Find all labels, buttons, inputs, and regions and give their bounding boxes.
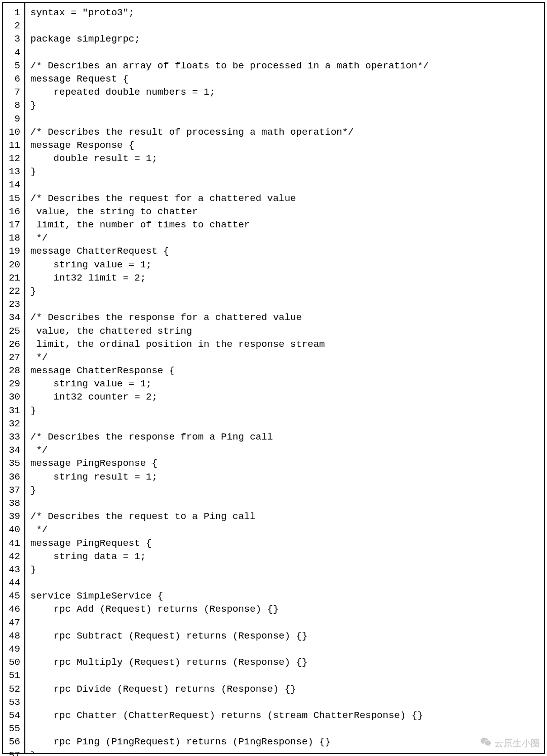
- code-line: value, the string to chatter: [30, 205, 539, 218]
- code-line: service SimpleService {: [30, 589, 539, 603]
- code-line: rpc Divide (Request) returns (Response) …: [30, 683, 539, 696]
- line-number: 7: [8, 86, 20, 99]
- line-number: 57: [8, 749, 20, 757]
- code-line: [30, 46, 539, 59]
- code-line: string value = 1;: [30, 377, 539, 390]
- line-number: 8: [8, 99, 20, 112]
- code-line: }: [30, 404, 539, 417]
- line-number: 38: [8, 497, 20, 510]
- line-number: 47: [8, 616, 20, 629]
- code-line: value, the chattered string: [30, 325, 539, 338]
- line-number: 50: [8, 656, 20, 669]
- line-number: 25: [8, 325, 20, 338]
- line-number: 33: [8, 430, 20, 444]
- code-line: [30, 19, 539, 32]
- line-number: 56: [8, 735, 20, 748]
- code-line: rpc Chatter (ChatterRequest) returns (st…: [30, 709, 539, 722]
- code-line: limit, the number of times to chatter: [30, 218, 539, 231]
- code-line: string data = 1;: [30, 550, 539, 563]
- line-number-gutter: 1234567891011121314151617181920212223342…: [3, 3, 25, 753]
- line-number: 36: [8, 470, 20, 484]
- line-number: 55: [8, 722, 20, 735]
- code-line: repeated double numbers = 1;: [30, 86, 539, 99]
- code-line: message ChatterRequest {: [30, 245, 539, 258]
- wechat-icon: [480, 736, 491, 751]
- code-line: message PingRequest {: [30, 537, 539, 550]
- code-line: rpc Add (Request) returns (Response) {}: [30, 603, 539, 616]
- line-number: 22: [8, 285, 20, 298]
- watermark: 云原生小圈: [480, 736, 540, 751]
- line-number: 29: [8, 377, 20, 390]
- line-number: 46: [8, 603, 20, 616]
- code-line: */: [30, 351, 539, 364]
- watermark-text: 云原生小圈: [494, 737, 540, 750]
- line-number: 3: [8, 32, 20, 46]
- code-line: /* Describes the response from a Ping ca…: [30, 430, 539, 444]
- code-line: /* Describes the result of processing a …: [30, 126, 539, 139]
- line-number: 16: [8, 205, 20, 218]
- line-number: 39: [8, 510, 20, 523]
- code-block: 1234567891011121314151617181920212223342…: [2, 2, 545, 754]
- line-number: 9: [8, 112, 20, 126]
- line-number: 42: [8, 550, 20, 563]
- code-line: [30, 696, 539, 709]
- code-line: [30, 112, 539, 126]
- code-line: [30, 643, 539, 656]
- code-line: syntax = "proto3";: [30, 6, 539, 19]
- code-line: string result = 1;: [30, 470, 539, 484]
- line-number: 20: [8, 258, 20, 271]
- code-line: limit, the ordinal position in the respo…: [30, 338, 539, 351]
- line-number: 32: [8, 417, 20, 430]
- code-line: message Request {: [30, 72, 539, 86]
- line-number: 2: [8, 19, 20, 32]
- line-number: 13: [8, 165, 20, 178]
- code-line: double result = 1;: [30, 152, 539, 165]
- line-number: 53: [8, 696, 20, 709]
- line-number: 35: [8, 457, 20, 470]
- code-line: int32 limit = 2;: [30, 271, 539, 285]
- line-number: 26: [8, 338, 20, 351]
- line-number: 18: [8, 231, 20, 245]
- code-line: }: [30, 285, 539, 298]
- code-line: rpc Subtract (Request) returns (Response…: [30, 629, 539, 643]
- line-number: 31: [8, 404, 20, 417]
- line-number: 19: [8, 245, 20, 258]
- line-number: 5: [8, 59, 20, 72]
- line-number: 41: [8, 537, 20, 550]
- code-line: }: [30, 484, 539, 497]
- code-line: [30, 417, 539, 430]
- line-number: 17: [8, 218, 20, 231]
- code-line: /* Describes the request for a chattered…: [30, 192, 539, 205]
- line-number: 49: [8, 643, 20, 656]
- code-line: message ChatterResponse {: [30, 364, 539, 377]
- line-number: 11: [8, 139, 20, 152]
- line-number: 34: [8, 311, 20, 324]
- code-line: rpc Ping (PingRequest) returns (PingResp…: [30, 735, 539, 748]
- line-number: 21: [8, 271, 20, 285]
- code-line: [30, 669, 539, 682]
- line-number: 40: [8, 523, 20, 536]
- code-line: */: [30, 444, 539, 457]
- code-line: */: [30, 523, 539, 536]
- code-line: string value = 1;: [30, 258, 539, 271]
- line-number: 15: [8, 192, 20, 205]
- code-line: [30, 497, 539, 510]
- line-number: 10: [8, 126, 20, 139]
- code-line: }: [30, 165, 539, 178]
- code-line: */: [30, 231, 539, 245]
- code-line: [30, 616, 539, 629]
- code-line: int32 counter = 2;: [30, 390, 539, 404]
- line-number: 34: [8, 444, 20, 457]
- code-line: /* Describes the response for a chattere…: [30, 311, 539, 324]
- line-number: 28: [8, 364, 20, 377]
- line-number: 43: [8, 563, 20, 576]
- line-number: 12: [8, 152, 20, 165]
- code-line: /* Describes an array of floats to be pr…: [30, 59, 539, 72]
- code-line: message PingResponse {: [30, 457, 539, 470]
- line-number: 44: [8, 576, 20, 589]
- line-number: 54: [8, 709, 20, 722]
- code-line: [30, 722, 539, 735]
- code-line: rpc Multiply (Request) returns (Response…: [30, 656, 539, 669]
- code-content: syntax = "proto3";package simplegrpc;/* …: [25, 3, 544, 753]
- code-line: /* Describes the request to a Ping call: [30, 510, 539, 523]
